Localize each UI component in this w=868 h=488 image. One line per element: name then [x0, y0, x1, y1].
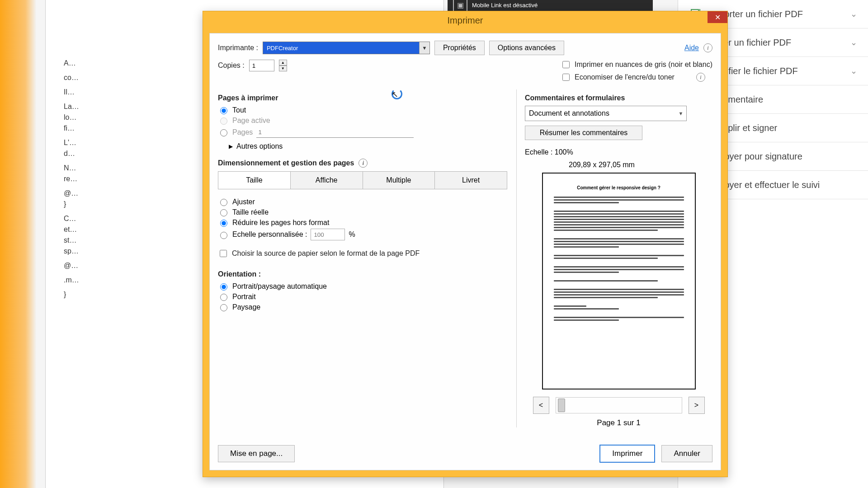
- app-accent-strip: [0, 0, 36, 488]
- save-toner-label: Economiser de l'encre/du toner: [575, 73, 675, 81]
- page-setup-button[interactable]: Mise en page...: [218, 445, 295, 462]
- mobile-link-icon: ▣: [453, 0, 467, 12]
- chevron-down-icon: ⌄: [850, 66, 857, 76]
- next-icon: >: [694, 401, 698, 409]
- help-info-icon[interactable]: i: [703, 43, 712, 52]
- spinner-up-icon[interactable]: ▲: [279, 60, 287, 66]
- radio-actual-label: Taille réelle: [232, 208, 269, 216]
- comments-select[interactable]: Document et annotations ▼: [525, 106, 687, 121]
- paper-source-label: Choisir la source de papier selon le for…: [232, 249, 420, 258]
- close-icon: ✕: [715, 13, 721, 22]
- radio-orient-portrait-label: Portrait: [232, 293, 256, 301]
- preview-doc-title: Comment gérer le responsive design ?: [554, 185, 684, 190]
- preview-slider[interactable]: [556, 397, 682, 413]
- copies-label: Copies :: [218, 61, 245, 70]
- radio-orient-auto-label: Portrait/paysage automatique: [232, 282, 327, 291]
- pages-to-print-heading: Pages à imprimer: [218, 94, 507, 102]
- printer-select-value: PDFCreator: [267, 45, 298, 52]
- print-dialog: Imprimer ✕ Imprimante : PDFCreator ▼ Pro…: [203, 11, 728, 477]
- percent-label: %: [349, 230, 355, 239]
- radio-shrink[interactable]: [220, 220, 227, 227]
- radio-fit[interactable]: [220, 199, 227, 206]
- orientation-heading: Orientation :: [218, 270, 507, 278]
- spinner-down-icon[interactable]: ▼: [279, 66, 287, 71]
- radio-pages-label: Pages: [232, 128, 253, 136]
- more-options-label: Autres options: [236, 142, 283, 150]
- radio-active-page: [220, 117, 227, 125]
- paper-dimensions: 209,89 x 297,05 mm: [525, 161, 679, 169]
- grayscale-checkbox[interactable]: [562, 61, 570, 68]
- radio-all[interactable]: [220, 107, 227, 114]
- page-preview: Comment gérer le responsive design ?: [542, 173, 696, 389]
- toast-title: Mobile Link est désactivé: [472, 2, 538, 9]
- radio-orient-auto[interactable]: [220, 283, 227, 291]
- cancel-button[interactable]: Annuler: [661, 445, 712, 462]
- dialog-titlebar[interactable]: Imprimer ✕: [203, 11, 727, 29]
- radio-custom-scale[interactable]: [220, 232, 227, 239]
- copies-input[interactable]: [249, 60, 274, 71]
- dropdown-caret-icon: ▼: [675, 106, 686, 121]
- printer-label: Imprimante :: [218, 44, 258, 52]
- paper-source-checkbox[interactable]: [220, 250, 227, 257]
- grayscale-label: Imprimer en nuances de gris (noir et bla…: [575, 61, 712, 69]
- slider-thumb[interactable]: [558, 399, 565, 412]
- left-column: Pages à imprimer Tout Page active Pages …: [218, 89, 507, 427]
- help-link[interactable]: Aide: [684, 44, 699, 52]
- print-button[interactable]: Imprimer: [599, 445, 655, 463]
- advanced-options-button[interactable]: Options avancées: [489, 41, 564, 55]
- disclosure-triangle-icon: ▶: [229, 143, 233, 150]
- sizing-info-icon[interactable]: i: [359, 159, 368, 168]
- pages-range-input[interactable]: [256, 127, 414, 138]
- chevron-down-icon: ⌄: [850, 38, 857, 47]
- radio-orient-landscape-label: Paysage: [232, 303, 260, 311]
- more-options-toggle[interactable]: ▶ Autres options: [229, 142, 507, 150]
- close-button[interactable]: ✕: [708, 11, 727, 23]
- properties-button[interactable]: Propriétés: [434, 41, 485, 55]
- dialog-title-text: Imprimer: [448, 15, 483, 26]
- radio-fit-label: Ajuster: [232, 198, 255, 206]
- sizing-segmented: Taille Affiche Multiple Livret: [218, 171, 507, 189]
- dropdown-caret-icon: ▼: [419, 42, 429, 54]
- radio-active-label: Page active: [232, 117, 270, 125]
- summarize-comments-button[interactable]: Résumer les commentaires: [525, 126, 642, 140]
- seg-size[interactable]: Taille: [218, 171, 291, 189]
- copies-spinner[interactable]: ▲ ▼: [279, 60, 287, 71]
- seg-booklet[interactable]: Livret: [435, 171, 507, 189]
- seg-poster[interactable]: Affiche: [291, 171, 363, 189]
- toner-info-icon[interactable]: i: [696, 73, 705, 82]
- radio-custom-scale-label: Echelle personnalisée :: [232, 230, 307, 239]
- preview-next-button[interactable]: >: [689, 397, 705, 414]
- radio-pages[interactable]: [220, 129, 227, 136]
- radio-actual[interactable]: [220, 209, 227, 216]
- radio-orient-landscape[interactable]: [220, 304, 227, 311]
- custom-scale-input[interactable]: [311, 229, 345, 240]
- prev-icon: <: [539, 401, 543, 409]
- printer-select[interactable]: PDFCreator ▼: [263, 42, 430, 54]
- comments-heading: Commentaires et formulaires: [525, 94, 712, 102]
- comments-select-value: Document et annotations: [529, 109, 609, 117]
- save-toner-checkbox[interactable]: [562, 74, 570, 81]
- radio-shrink-label: Réduire les pages hors format: [232, 219, 329, 227]
- dialog-footer: Mise en page... Imprimer Annuler: [218, 445, 712, 463]
- scale-readout: Echelle : 100%: [525, 148, 712, 156]
- dialog-body: Imprimante : PDFCreator ▼ Propriétés Opt…: [209, 33, 721, 470]
- right-column: Commentaires et formulaires Document et …: [516, 89, 712, 427]
- page-indicator: Page 1 sur 1: [533, 418, 705, 427]
- radio-all-label: Tout: [232, 106, 246, 114]
- sizing-heading: Dimensionnement et gestion des pages: [218, 159, 354, 167]
- seg-multiple[interactable]: Multiple: [363, 171, 435, 189]
- chevron-down-icon: ⌄: [850, 9, 857, 19]
- radio-orient-portrait[interactable]: [220, 294, 227, 301]
- preview-prev-button[interactable]: <: [533, 397, 549, 414]
